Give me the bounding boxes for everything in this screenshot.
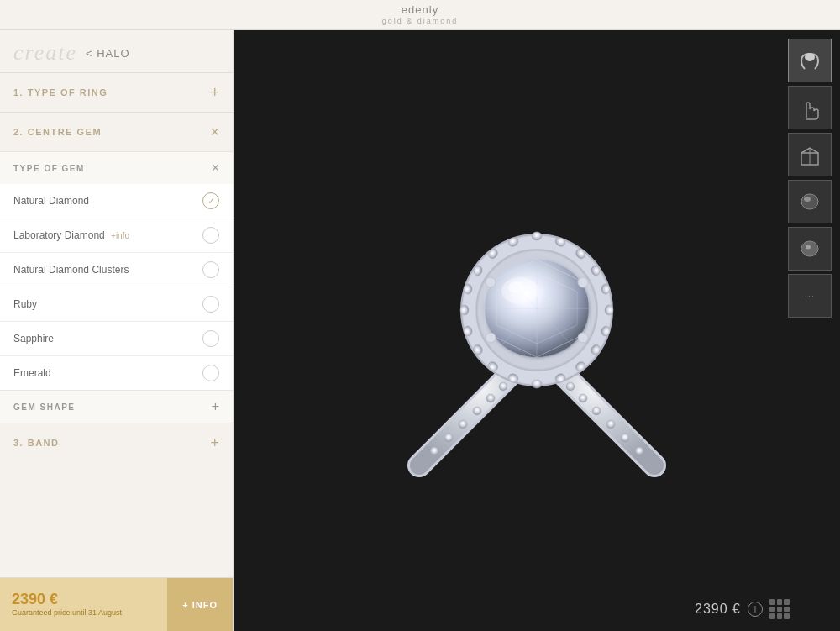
price-left: 2390 € Guaranteed price until 31 August (0, 578, 167, 631)
laboratory-diamond-info-link[interactable]: +info (111, 231, 129, 240)
thumb-closeup-1[interactable] (788, 180, 832, 223)
type-of-ring-icon: + (210, 85, 219, 100)
thumb-box-view[interactable] (788, 133, 832, 176)
gem-option-sapphire-label: Sapphire (13, 333, 54, 344)
bottom-price-text: 2390 € (695, 602, 741, 617)
thumb-more[interactable]: ··· (788, 274, 832, 318)
gem-option-laboratory-diamond-label: Laboratory Diamond +info (13, 229, 129, 241)
price-guarantee-label: Guaranteed price until 31 (12, 608, 97, 617)
gem-option-emerald-label: Emerald (13, 367, 51, 379)
type-of-gem-close-icon[interactable]: × (212, 160, 219, 176)
price-guarantee-date: August (98, 608, 122, 617)
band-icon: + (210, 435, 219, 450)
svg-point-10 (606, 420, 615, 429)
svg-point-4 (486, 394, 495, 402)
type-of-ring-section: 1. TYPE OF RING + (0, 72, 233, 112)
gem-option-natural-diamond-radio[interactable] (202, 192, 219, 209)
type-of-ring-label: 1. TYPE OF RING (13, 87, 108, 97)
brand-tagline: gold & diamond (382, 17, 459, 26)
gem-shape-subsection: GEM SHAPE + (0, 390, 233, 423)
gem-option-laboratory-diamond[interactable]: Laboratory Diamond +info (0, 218, 233, 253)
gem-option-natural-diamond-clusters[interactable]: Natural Diamond Clusters (0, 253, 233, 287)
create-logo: create (13, 40, 77, 66)
svg-point-8 (635, 447, 643, 455)
price-bar: 2390 € Guaranteed price until 31 August … (0, 577, 233, 631)
info-button[interactable]: + INFO (167, 578, 233, 631)
thumb-more-label: ··· (805, 292, 814, 301)
thumb-closeup-1-icon (795, 187, 825, 217)
svg-point-9 (621, 434, 629, 442)
band-label: 3. BAND (13, 438, 60, 448)
gem-option-sapphire-radio[interactable] (202, 330, 219, 347)
band-section: 3. BAND + (0, 423, 233, 462)
svg-point-59 (806, 245, 811, 250)
thumb-box-icon (795, 139, 825, 170)
gem-option-natural-diamond[interactable]: Natural Diamond (0, 184, 233, 218)
svg-point-51 (486, 333, 496, 343)
svg-point-23 (605, 305, 613, 315)
thumb-closeup-2-icon (795, 234, 825, 264)
svg-point-34 (464, 284, 472, 294)
type-of-gem-label: TYPE OF GEM (13, 164, 85, 173)
gem-option-ruby-label: Ruby (13, 298, 37, 310)
svg-point-52 (578, 333, 588, 343)
gem-option-natural-diamond-clusters-radio[interactable] (202, 261, 219, 278)
bottom-right-price: 2390 € i (695, 599, 790, 619)
gem-option-natural-diamond-label: Natural Diamond (13, 195, 89, 207)
gem-shape-label: GEM SHAPE (13, 402, 76, 412)
svg-point-3 (473, 407, 481, 415)
svg-point-22 (601, 284, 610, 294)
thumbnail-strip: ··· (788, 39, 832, 318)
svg-point-18 (532, 232, 542, 240)
price-guarantee: Guaranteed price until 31 August (12, 608, 155, 618)
svg-point-5 (499, 382, 507, 391)
thumb-closeup-2[interactable] (788, 227, 832, 271)
gem-option-ruby-radio[interactable] (202, 296, 219, 313)
centre-gem-icon: × (210, 124, 219, 139)
svg-point-57 (804, 197, 811, 202)
gem-option-natural-diamond-clusters-label: Natural Diamond Clusters (13, 264, 129, 276)
thumb-ring-view[interactable] (788, 39, 832, 82)
gem-options-list: Natural Diamond Laboratory Diamond +info… (0, 184, 233, 390)
top-bar: edenly gold & diamond (0, 0, 840, 30)
centre-gem-section: 2. CENTRE GEM × TYPE OF GEM × Natural Di… (0, 112, 233, 423)
svg-point-13 (566, 382, 575, 391)
type-of-ring-header[interactable]: 1. TYPE OF RING + (0, 73, 233, 112)
grid-view-icon[interactable] (769, 599, 790, 619)
gem-option-ruby[interactable]: Ruby (0, 287, 233, 322)
main-layout: create < HALO 1. TYPE OF RING + 2. CENTR… (0, 30, 840, 631)
gem-option-sapphire[interactable]: Sapphire (0, 322, 233, 356)
breadcrumb: < HALO (86, 47, 130, 60)
svg-point-58 (801, 241, 818, 256)
price-value: 2390 € (12, 591, 155, 608)
band-header[interactable]: 3. BAND + (0, 423, 233, 462)
centre-gem-header[interactable]: 2. CENTRE GEM × (0, 113, 233, 151)
svg-point-28 (532, 380, 542, 388)
svg-point-1 (444, 434, 453, 442)
type-of-gem-subsection: TYPE OF GEM × Natural Diamond Laboratory… (0, 151, 233, 390)
svg-point-50 (578, 277, 588, 287)
centre-gem-label: 2. CENTRE GEM (13, 127, 102, 137)
svg-point-53 (805, 53, 815, 61)
gem-option-laboratory-diamond-radio[interactable] (202, 227, 219, 244)
thumb-ring-icon (795, 45, 825, 76)
price-info-circle[interactable]: i (748, 602, 763, 617)
svg-point-12 (579, 394, 587, 402)
thumb-hand-icon (795, 92, 825, 123)
svg-point-49 (486, 277, 496, 287)
gem-option-emerald[interactable]: Emerald (0, 356, 233, 390)
ring-display (335, 129, 738, 533)
gem-shape-header[interactable]: GEM SHAPE + (0, 391, 233, 423)
svg-point-48 (508, 281, 525, 293)
type-of-gem-header[interactable]: TYPE OF GEM × (0, 152, 233, 184)
svg-point-33 (460, 305, 469, 315)
gem-shape-expand-icon[interactable]: + (212, 399, 219, 414)
gem-option-emerald-radio[interactable] (202, 365, 219, 381)
svg-point-2 (459, 420, 467, 429)
panel-header: create < HALO (0, 30, 233, 72)
left-panel: create < HALO 1. TYPE OF RING + 2. CENTR… (0, 30, 234, 631)
svg-point-56 (801, 194, 818, 209)
svg-point-0 (430, 447, 438, 455)
thumb-hand-view[interactable] (788, 86, 832, 129)
ring-svg (360, 155, 713, 507)
